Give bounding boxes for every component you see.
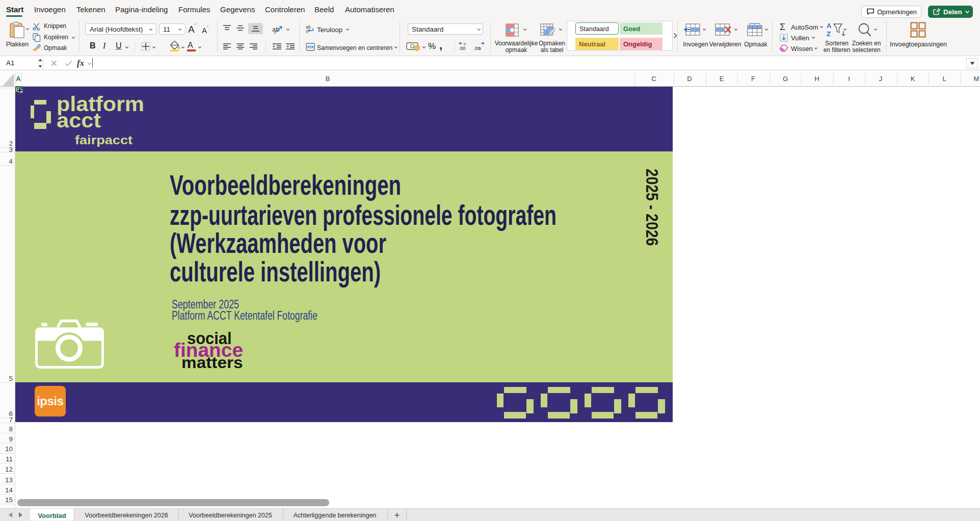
svg-text:c: c — [306, 29, 308, 34]
svg-text:A: A — [827, 22, 832, 30]
svg-text:0: 0 — [479, 47, 481, 50]
svg-text:.00: .00 — [459, 45, 465, 51]
svg-text:Z: Z — [827, 30, 831, 37]
svg-text:0: 0 — [464, 42, 466, 46]
